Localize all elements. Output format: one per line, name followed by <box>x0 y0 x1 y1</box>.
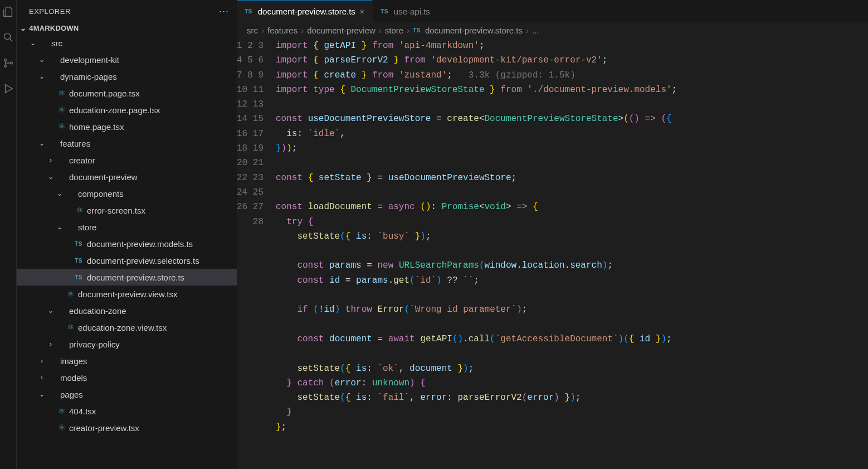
code-editor[interactable]: 1 2 3 4 5 6 7 8 9 10 11 12 13 14 15 16 1… <box>237 38 868 469</box>
tree-item-label: document-preview <box>69 172 138 182</box>
folder-item[interactable]: ⌄document-preview <box>17 168 237 185</box>
react-icon: ⚛ <box>65 322 76 332</box>
tree-item-label: 404.tsx <box>69 407 96 416</box>
tree-item-label: education-zone.page.tsx <box>69 105 160 115</box>
typescript-icon: TS <box>74 241 85 247</box>
tree-item-label: features <box>60 139 90 148</box>
file-item[interactable]: ⚛document-preview.view.tsx <box>17 286 237 302</box>
tab-label: document-preview.store.ts <box>258 7 355 16</box>
explorer-header: EXPLORER ··· <box>17 0 237 23</box>
files-icon[interactable] <box>2 6 14 20</box>
svg-point-2 <box>4 65 6 67</box>
chevron-down-icon: ⌄ <box>56 190 64 197</box>
folder-item[interactable]: ›privacy-policy <box>17 336 237 352</box>
typescript-icon: TS <box>74 258 85 264</box>
tree-item-label: components <box>78 189 124 199</box>
typescript-icon: TS <box>245 8 252 14</box>
chevron-down-icon: ⌄ <box>47 307 55 315</box>
file-item[interactable]: ⚛document.page.tsx <box>17 85 237 101</box>
code-content[interactable]: import { getAPI } from 'api-4markdown'; … <box>276 38 868 469</box>
tree-item-label: document-preview.view.tsx <box>78 289 177 299</box>
chevron-right-icon: › <box>38 357 46 365</box>
breadcrumb-segment[interactable]: ... <box>532 26 539 35</box>
react-icon: ⚛ <box>56 423 67 433</box>
svg-point-1 <box>4 59 6 61</box>
file-item[interactable]: ⚛error-screen.tsx <box>17 202 237 219</box>
breadcrumb-segment[interactable]: document-preview.store.ts <box>425 26 523 35</box>
file-item[interactable]: ⚛404.tsx <box>17 403 237 419</box>
search-icon[interactable] <box>2 31 14 46</box>
file-tree: ⌄src⌄development-kit⌄dynamic-pages⚛docum… <box>17 33 237 469</box>
folder-item[interactable]: ⌄education-zone <box>17 302 237 319</box>
tree-item-label: education-zone.view.tsx <box>78 323 167 332</box>
chevron-down-icon: ⌄ <box>38 72 46 80</box>
folder-item[interactable]: ⌄store <box>17 219 237 235</box>
file-item[interactable]: ⚛education-zone.view.tsx <box>17 319 237 336</box>
close-icon[interactable]: × <box>360 7 364 16</box>
source-control-icon[interactable] <box>2 57 14 71</box>
folder-item[interactable]: ⌄development-kit <box>17 51 237 68</box>
editor-tab[interactable]: TSdocument-preview.store.ts× <box>237 0 373 22</box>
chevron-down-icon: ⌄ <box>38 390 46 398</box>
folder-item[interactable]: ›models <box>17 369 237 386</box>
tree-item-label: src <box>51 38 62 48</box>
folder-item[interactable]: ⌄components <box>17 185 237 202</box>
react-icon: ⚛ <box>56 88 67 98</box>
breadcrumb-segment[interactable]: document-preview <box>307 26 376 35</box>
more-actions-icon[interactable]: ··· <box>219 6 229 17</box>
explorer-sidebar: EXPLORER ··· ⌄ 4MARKDOWN ⌄src⌄developmen… <box>17 0 237 469</box>
tree-item-label: document-preview.selectors.ts <box>87 256 199 265</box>
breadcrumb-segment[interactable]: src <box>247 26 258 35</box>
typescript-icon: TS <box>74 274 85 281</box>
folder-item[interactable]: ›images <box>17 352 237 369</box>
tree-item-label: images <box>60 356 87 366</box>
chevron-right-icon: › <box>407 26 409 35</box>
typescript-icon: TS <box>413 27 421 33</box>
typescript-icon: TS <box>381 8 388 14</box>
debug-icon[interactable] <box>2 83 14 97</box>
project-root[interactable]: ⌄ 4MARKDOWN <box>17 23 237 33</box>
folder-item[interactable]: ⌄src <box>17 35 237 51</box>
project-label: 4MARKDOWN <box>29 24 79 32</box>
folder-item[interactable]: ›creator <box>17 152 237 168</box>
tree-item-label: privacy-policy <box>69 340 120 349</box>
tree-item-label: development-kit <box>60 55 119 65</box>
react-icon: ⚛ <box>65 289 76 299</box>
tree-item-label: creator <box>69 156 95 165</box>
folder-item[interactable]: ⌄pages <box>17 386 237 403</box>
editor-tab[interactable]: TSuse-api.ts <box>373 0 438 22</box>
line-numbers: 1 2 3 4 5 6 7 8 9 10 11 12 13 14 15 16 1… <box>237 38 276 469</box>
react-icon: ⚛ <box>56 105 67 115</box>
breadcrumb-segment[interactable]: features <box>267 26 298 35</box>
chevron-down-icon: ⌄ <box>29 39 37 47</box>
react-icon: ⚛ <box>56 406 67 416</box>
editor-area: TSdocument-preview.store.ts×TSuse-api.ts… <box>237 0 868 469</box>
chevron-down-icon: ⌄ <box>56 223 64 231</box>
editor-tabs: TSdocument-preview.store.ts×TSuse-api.ts <box>237 0 868 22</box>
file-item[interactable]: ⚛home.page.tsx <box>17 118 237 135</box>
folder-item[interactable]: ⌄features <box>17 135 237 152</box>
svg-point-3 <box>10 62 12 64</box>
file-item[interactable]: TSdocument-preview.selectors.ts <box>17 252 237 269</box>
chevron-down-icon: ⌄ <box>38 56 46 64</box>
chevron-right-icon: › <box>261 26 264 35</box>
activity-bar <box>0 0 17 469</box>
breadcrumb[interactable]: src›features›document-preview›store›TS d… <box>237 22 868 38</box>
chevron-right-icon: › <box>38 374 46 381</box>
breadcrumb-segment[interactable]: store <box>385 26 403 35</box>
chevron-right-icon: › <box>47 340 55 348</box>
tree-item-label: error-screen.tsx <box>87 206 145 215</box>
file-item[interactable]: TSdocument-preview.store.ts <box>17 269 237 286</box>
tree-item-label: models <box>60 373 87 383</box>
chevron-right-icon: › <box>301 26 304 35</box>
file-item[interactable]: ⚛creator-preview.tsx <box>17 419 237 436</box>
file-item[interactable]: TSdocument-preview.models.ts <box>17 235 237 252</box>
folder-item[interactable]: ⌄dynamic-pages <box>17 68 237 85</box>
tree-item-label: education-zone <box>69 306 126 316</box>
tree-item-label: store <box>78 223 96 232</box>
tree-item-label: home.page.tsx <box>69 122 124 132</box>
file-item[interactable]: ⚛education-zone.page.tsx <box>17 101 237 118</box>
react-icon: ⚛ <box>74 205 85 215</box>
tree-item-label: creator-preview.tsx <box>69 423 139 433</box>
chevron-right-icon: › <box>526 26 529 35</box>
